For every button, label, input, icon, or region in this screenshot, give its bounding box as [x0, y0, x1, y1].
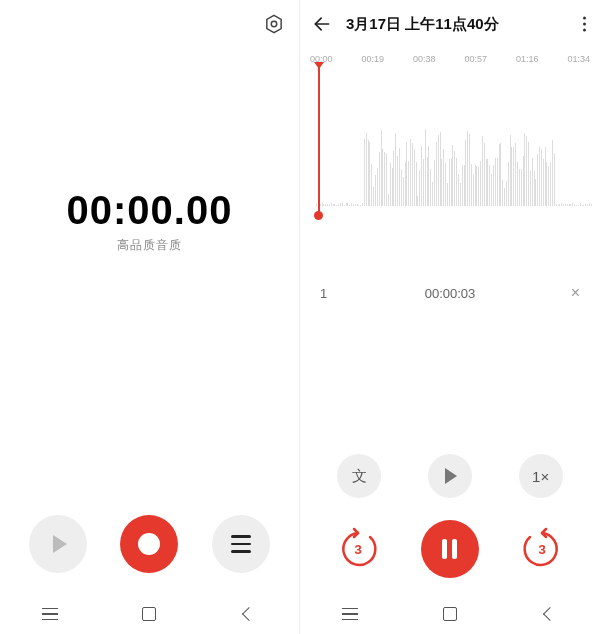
recents-icon: [42, 608, 58, 621]
tick-label: 01:16: [516, 54, 539, 64]
more-button[interactable]: [583, 17, 586, 32]
svg-text:3: 3: [538, 542, 545, 557]
nav-back-button[interactable]: [237, 602, 261, 626]
list-icon: [231, 535, 251, 553]
nav-recents-button[interactable]: [338, 602, 362, 626]
settings-icon[interactable]: [263, 13, 285, 35]
play-button-secondary[interactable]: [428, 454, 472, 498]
quality-label: 高品质音质: [117, 237, 182, 254]
recents-icon: [342, 608, 358, 621]
nav-recents-button[interactable]: [38, 602, 62, 626]
playback-header: 3月17日 上午11点40分: [300, 0, 600, 48]
record-icon: [138, 533, 160, 555]
time-ticks: 00:00 00:19 00:38 00:57 01:16 01:34: [308, 54, 592, 68]
secondary-controls: 文 1×: [300, 448, 600, 504]
pause-icon: [452, 539, 457, 559]
mark-time: 00:00:03: [356, 286, 544, 301]
waveform-area[interactable]: 00:00 00:19 00:38 00:57 01:16 01:34: [300, 48, 600, 228]
system-navbar-left: [0, 594, 299, 634]
mark-row[interactable]: 1 00:00:03 ×: [300, 268, 600, 318]
speed-button[interactable]: 1×: [519, 454, 563, 498]
waveform-bars: [316, 86, 592, 206]
svg-text:3: 3: [355, 542, 362, 557]
mark-index: 1: [320, 286, 356, 301]
pause-button[interactable]: [421, 520, 479, 578]
record-button[interactable]: [120, 515, 178, 573]
play-icon: [53, 535, 67, 553]
nav-home-button[interactable]: [137, 602, 161, 626]
tick-label: 00:57: [464, 54, 487, 64]
recorder-timer: 00:00.00: [67, 188, 233, 233]
play-button[interactable]: [29, 515, 87, 573]
recording-title: 3月17日 上午11点40分: [346, 15, 499, 34]
tick-label: 00:38: [413, 54, 436, 64]
system-navbar-right: [300, 594, 600, 634]
transcribe-button[interactable]: 文: [337, 454, 381, 498]
playback-controls: 3 3: [300, 504, 600, 594]
play-icon: [445, 468, 457, 484]
home-icon: [443, 607, 457, 621]
skip-forward-button[interactable]: 3: [516, 523, 568, 575]
back-icon: [242, 607, 256, 621]
recorder-controls: [0, 494, 299, 594]
nav-back-button[interactable]: [538, 602, 562, 626]
list-button[interactable]: [212, 515, 270, 573]
nav-home-button[interactable]: [438, 602, 462, 626]
back-icon: [543, 607, 557, 621]
playhead[interactable]: [318, 64, 320, 216]
mark-delete-button[interactable]: ×: [544, 284, 580, 302]
pause-icon: [442, 539, 447, 559]
skip-back-button[interactable]: 3: [332, 523, 384, 575]
home-icon: [142, 607, 156, 621]
back-button[interactable]: [312, 14, 332, 34]
tick-label: 00:19: [361, 54, 384, 64]
tick-label: 01:34: [567, 54, 590, 64]
svg-point-0: [271, 21, 277, 27]
